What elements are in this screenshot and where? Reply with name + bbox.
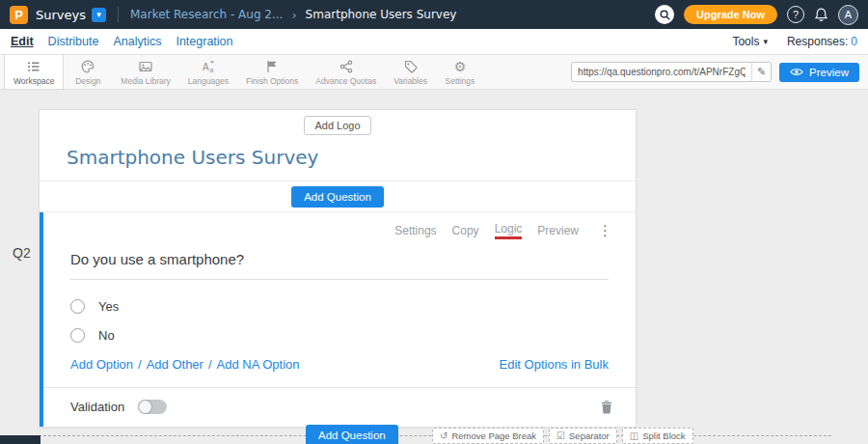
add-question-row-top: Add Question: [40, 181, 636, 212]
remove-page-break-button[interactable]: ↺ Remove Page Break: [432, 428, 544, 444]
top-bar: P Surveys ▾ Market Research - Aug 2... ›…: [0, 0, 868, 29]
finish-flag-icon: [264, 59, 280, 74]
page-break-row: Add Question ↺ Remove Page Break ☑ Separ…: [39, 427, 831, 444]
toolbar-item-label: Settings: [446, 76, 475, 86]
languages-icon: A a: [201, 59, 216, 74]
question-action-settings[interactable]: Settings: [394, 224, 436, 237]
question-action-logic[interactable]: Logic: [495, 222, 523, 239]
nav-bar: Edit Distribute Analytics Integration To…: [0, 29, 868, 55]
add-option-link[interactable]: Add Option: [70, 357, 133, 372]
tools-menu[interactable]: Tools ▾: [732, 35, 768, 48]
toolbar-item-variables[interactable]: Variables: [385, 55, 436, 89]
add-na-option-link[interactable]: Add NA Option: [217, 357, 300, 372]
question-text[interactable]: Do you use a smartphone?: [70, 251, 609, 280]
toolbar-item-settings[interactable]: ⚙ Settings: [436, 55, 484, 89]
add-question-button-bottom[interactable]: Add Question: [306, 425, 398, 444]
radio-button[interactable]: [70, 328, 85, 343]
topbar-actions: Upgrade Now ? A: [655, 5, 858, 25]
avatar[interactable]: A: [838, 5, 858, 25]
quotas-icon: [339, 59, 354, 74]
upgrade-now-button[interactable]: Upgrade Now: [684, 5, 777, 24]
preview-button[interactable]: Preview: [779, 63, 859, 82]
questionpro-logo[interactable]: P: [10, 6, 28, 24]
breadcrumb-current: Smartphone Users Survey: [306, 8, 457, 21]
toolbar-item-label: Media Library: [121, 76, 171, 86]
trash-icon: [601, 401, 612, 414]
option-label[interactable]: No: [98, 328, 115, 343]
validation-row: Validation: [43, 387, 636, 427]
edit-url-pencil-icon[interactable]: ✎: [751, 63, 771, 81]
toolbar-item-label: Design: [75, 76, 100, 86]
split-block-button[interactable]: ◫ Split Block: [622, 428, 693, 444]
undo-icon: ↺: [440, 430, 448, 441]
option-links: Add Option/Add Other/Add NA Option: [70, 357, 300, 372]
add-question-button[interactable]: Add Question: [291, 186, 384, 208]
toolbar-item-label: Workspace: [14, 76, 54, 86]
product-name: Surveys: [36, 8, 86, 22]
edit-canvas: Q2 Add Logo Smartphone Users Survey Add …: [0, 91, 868, 444]
nav-right: Tools ▾ Responses:0: [732, 35, 857, 48]
survey-url-input[interactable]: [572, 67, 751, 77]
toolbar-item-workspace[interactable]: Workspace: [4, 55, 64, 89]
toolbar-item-label: Finish Options: [246, 76, 298, 86]
svg-text:a: a: [209, 66, 213, 72]
delete-question-button[interactable]: [601, 401, 612, 414]
split-block-icon: ◫: [630, 430, 638, 441]
divider: [118, 7, 119, 22]
chevron-down-icon[interactable]: ▾: [92, 8, 106, 22]
question-number-label: Q2: [13, 245, 31, 261]
svg-text:A: A: [203, 62, 209, 72]
responses-count: 0: [851, 35, 857, 48]
tag-icon: [403, 59, 419, 74]
option-row: Yes: [70, 299, 609, 314]
question-block: Settings Copy Logic Preview ⋮ Do you use…: [40, 212, 636, 427]
chevron-right-icon: ›: [291, 8, 296, 22]
split-block-label: Split Block: [642, 430, 685, 441]
answer-options: Yes No: [70, 299, 609, 343]
question-action-copy[interactable]: Copy: [452, 224, 479, 237]
edit-options-in-bulk-link[interactable]: Edit Options in Bulk: [500, 357, 609, 372]
breadcrumb: Market Research - Aug 2... › Smartphone …: [130, 8, 456, 22]
kebab-menu-icon[interactable]: ⋮: [598, 224, 612, 237]
option-label[interactable]: Yes: [98, 299, 119, 314]
add-other-link[interactable]: Add Other: [147, 357, 203, 372]
separator-button[interactable]: ☑ Separator: [549, 428, 617, 444]
survey-title[interactable]: Smartphone Users Survey: [67, 146, 636, 169]
radio-button[interactable]: [70, 299, 85, 314]
tab-analytics[interactable]: Analytics: [113, 35, 161, 48]
question-action-preview[interactable]: Preview: [537, 224, 579, 237]
eye-icon: [790, 67, 803, 77]
toolbar-item-label: Advance Quotas: [315, 76, 376, 86]
toolbar-item-design[interactable]: Design: [64, 55, 112, 89]
responses-link[interactable]: Responses:0: [787, 35, 857, 48]
product-switcher[interactable]: Surveys ▾: [36, 8, 106, 22]
validation-toggle[interactable]: [138, 400, 167, 414]
preview-label: Preview: [809, 67, 849, 78]
responses-label: Responses:: [787, 35, 848, 48]
tab-edit[interactable]: Edit: [11, 35, 34, 48]
design-palette-icon: [80, 59, 95, 74]
survey-toolbar: Workspace Design Media Library A a Langu…: [0, 55, 868, 90]
validation-label: Validation: [70, 400, 124, 414]
toolbar-item-label: Languages: [188, 76, 229, 86]
toggle-knob: [139, 401, 151, 413]
toolbar-item-media-library[interactable]: Media Library: [112, 55, 179, 89]
separator-label: Separator: [569, 430, 610, 441]
search-button[interactable]: [655, 5, 674, 24]
toolbar-item-finish-options[interactable]: Finish Options: [237, 55, 307, 89]
tab-integration[interactable]: Integration: [176, 35, 232, 48]
remove-page-break-label: Remove Page Break: [451, 430, 536, 441]
bell-icon: [814, 7, 828, 22]
image-icon: [138, 59, 153, 74]
notifications-button[interactable]: [814, 7, 828, 22]
help-button[interactable]: ?: [787, 6, 804, 23]
chevron-down-icon: ▾: [763, 37, 768, 46]
tab-distribute[interactable]: Distribute: [48, 35, 99, 48]
breadcrumb-parent[interactable]: Market Research - Aug 2...: [130, 8, 283, 21]
option-links-row: Add Option/Add Other/Add NA Option Edit …: [70, 357, 609, 372]
tools-label: Tools: [732, 35, 759, 48]
toolbar-item-advance-quotas[interactable]: Advance Quotas: [307, 55, 385, 89]
bottom-left-dark-strip: [0, 435, 41, 444]
toolbar-item-languages[interactable]: A a Languages: [179, 55, 237, 89]
add-logo-button[interactable]: Add Logo: [304, 116, 370, 135]
